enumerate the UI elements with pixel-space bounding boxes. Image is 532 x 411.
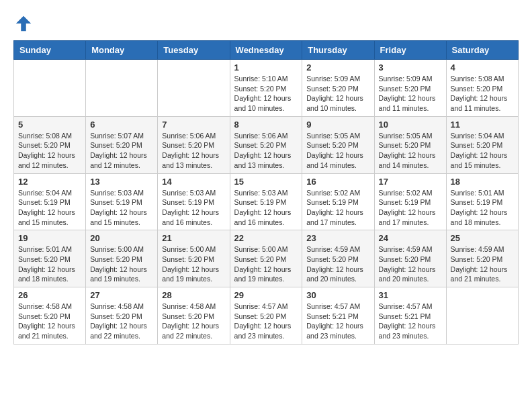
day-number: 29 <box>234 290 298 300</box>
calendar-week-row: 5Sunrise: 5:08 AM Sunset: 5:20 PM Daylig… <box>14 116 519 173</box>
calendar-cell: 20Sunrise: 5:00 AM Sunset: 5:20 PM Dayli… <box>86 230 158 287</box>
day-info: Sunrise: 5:07 AM Sunset: 5:20 PM Dayligh… <box>90 131 153 171</box>
calendar-cell: 7Sunrise: 5:06 AM Sunset: 5:20 PM Daylig… <box>158 116 230 173</box>
day-info: Sunrise: 4:58 AM Sunset: 5:20 PM Dayligh… <box>90 302 153 341</box>
svg-marker-0 <box>16 16 32 32</box>
calendar-cell: 19Sunrise: 5:01 AM Sunset: 5:20 PM Dayli… <box>14 230 86 287</box>
day-info: Sunrise: 5:00 AM Sunset: 5:20 PM Dayligh… <box>162 244 225 284</box>
day-info: Sunrise: 5:01 AM Sunset: 5:19 PM Dayligh… <box>451 188 514 228</box>
calendar-cell: 2Sunrise: 5:09 AM Sunset: 5:20 PM Daylig… <box>302 60 374 117</box>
calendar-cell: 3Sunrise: 5:09 AM Sunset: 5:20 PM Daylig… <box>374 60 446 117</box>
day-info: Sunrise: 4:57 AM Sunset: 5:21 PM Dayligh… <box>379 302 442 341</box>
calendar-cell <box>14 60 86 117</box>
day-info: Sunrise: 5:00 AM Sunset: 5:20 PM Dayligh… <box>90 244 153 284</box>
calendar-cell: 30Sunrise: 4:57 AM Sunset: 5:21 PM Dayli… <box>302 287 374 345</box>
calendar-header-row: SundayMondayTuesdayWednesdayThursdayFrid… <box>14 41 519 60</box>
day-info: Sunrise: 5:00 AM Sunset: 5:20 PM Dayligh… <box>234 244 298 284</box>
calendar-cell: 18Sunrise: 5:01 AM Sunset: 5:19 PM Dayli… <box>446 173 518 230</box>
day-number: 2 <box>306 62 369 73</box>
calendar-cell: 31Sunrise: 4:57 AM Sunset: 5:21 PM Dayli… <box>374 287 446 345</box>
day-number: 22 <box>234 233 298 243</box>
logo-icon <box>13 13 34 34</box>
day-number: 13 <box>90 177 153 187</box>
calendar-cell: 29Sunrise: 4:57 AM Sunset: 5:20 PM Dayli… <box>230 287 302 345</box>
calendar-week-row: 12Sunrise: 5:04 AM Sunset: 5:19 PM Dayli… <box>14 173 519 230</box>
calendar-cell: 6Sunrise: 5:07 AM Sunset: 5:20 PM Daylig… <box>86 116 158 173</box>
calendar-cell: 10Sunrise: 5:05 AM Sunset: 5:20 PM Dayli… <box>374 116 446 173</box>
calendar-cell: 11Sunrise: 5:04 AM Sunset: 5:20 PM Dayli… <box>446 116 518 173</box>
calendar-cell: 5Sunrise: 5:08 AM Sunset: 5:20 PM Daylig… <box>14 116 86 173</box>
day-info: Sunrise: 5:08 AM Sunset: 5:20 PM Dayligh… <box>18 131 81 171</box>
day-info: Sunrise: 5:05 AM Sunset: 5:20 PM Dayligh… <box>306 131 369 171</box>
day-number: 10 <box>379 120 442 130</box>
day-info: Sunrise: 5:06 AM Sunset: 5:20 PM Dayligh… <box>234 131 298 171</box>
day-info: Sunrise: 5:01 AM Sunset: 5:20 PM Dayligh… <box>18 244 81 284</box>
calendar-cell: 26Sunrise: 4:58 AM Sunset: 5:20 PM Dayli… <box>14 287 86 345</box>
day-header-tuesday: Tuesday <box>158 41 230 60</box>
calendar-cell <box>446 287 518 345</box>
day-number: 24 <box>379 233 442 243</box>
day-number: 26 <box>18 290 81 300</box>
calendar-week-row: 1Sunrise: 5:10 AM Sunset: 5:20 PM Daylig… <box>14 60 519 117</box>
day-info: Sunrise: 5:05 AM Sunset: 5:20 PM Dayligh… <box>379 131 442 171</box>
day-info: Sunrise: 5:09 AM Sunset: 5:20 PM Dayligh… <box>379 74 442 113</box>
day-number: 16 <box>306 177 369 187</box>
day-number: 21 <box>162 233 225 243</box>
day-number: 6 <box>90 120 153 130</box>
day-info: Sunrise: 5:08 AM Sunset: 5:20 PM Dayligh… <box>451 74 514 113</box>
day-number: 30 <box>306 290 369 300</box>
calendar-cell <box>158 60 230 117</box>
calendar-cell: 4Sunrise: 5:08 AM Sunset: 5:20 PM Daylig… <box>446 60 518 117</box>
day-info: Sunrise: 4:57 AM Sunset: 5:20 PM Dayligh… <box>234 302 298 341</box>
day-info: Sunrise: 5:10 AM Sunset: 5:20 PM Dayligh… <box>234 74 298 113</box>
calendar-cell: 24Sunrise: 4:59 AM Sunset: 5:20 PM Dayli… <box>374 230 446 287</box>
day-number: 19 <box>18 233 81 243</box>
day-number: 28 <box>162 290 225 300</box>
day-info: Sunrise: 4:59 AM Sunset: 5:20 PM Dayligh… <box>379 244 442 284</box>
calendar-cell: 9Sunrise: 5:05 AM Sunset: 5:20 PM Daylig… <box>302 116 374 173</box>
day-info: Sunrise: 4:59 AM Sunset: 5:20 PM Dayligh… <box>451 244 514 284</box>
calendar-cell: 22Sunrise: 5:00 AM Sunset: 5:20 PM Dayli… <box>230 230 302 287</box>
calendar-cell: 17Sunrise: 5:02 AM Sunset: 5:19 PM Dayli… <box>374 173 446 230</box>
day-number: 14 <box>162 177 225 187</box>
day-number: 17 <box>379 177 442 187</box>
day-header-sunday: Sunday <box>14 41 86 60</box>
day-number: 11 <box>451 120 514 130</box>
day-info: Sunrise: 5:06 AM Sunset: 5:20 PM Dayligh… <box>162 131 225 171</box>
calendar-cell <box>86 60 158 117</box>
day-number: 8 <box>234 120 298 130</box>
day-number: 5 <box>18 120 81 130</box>
calendar-week-row: 26Sunrise: 4:58 AM Sunset: 5:20 PM Dayli… <box>14 287 519 345</box>
day-info: Sunrise: 4:58 AM Sunset: 5:20 PM Dayligh… <box>18 302 81 341</box>
day-info: Sunrise: 5:03 AM Sunset: 5:19 PM Dayligh… <box>90 188 153 228</box>
calendar-cell: 28Sunrise: 4:58 AM Sunset: 5:20 PM Dayli… <box>158 287 230 345</box>
day-info: Sunrise: 4:59 AM Sunset: 5:20 PM Dayligh… <box>306 244 369 284</box>
day-info: Sunrise: 5:09 AM Sunset: 5:20 PM Dayligh… <box>306 74 369 113</box>
calendar-cell: 16Sunrise: 5:02 AM Sunset: 5:19 PM Dayli… <box>302 173 374 230</box>
day-number: 27 <box>90 290 153 300</box>
day-header-wednesday: Wednesday <box>230 41 302 60</box>
day-info: Sunrise: 4:57 AM Sunset: 5:21 PM Dayligh… <box>306 302 369 341</box>
day-number: 15 <box>234 177 298 187</box>
day-number: 12 <box>18 177 81 187</box>
day-info: Sunrise: 5:04 AM Sunset: 5:20 PM Dayligh… <box>451 131 514 171</box>
calendar-cell: 12Sunrise: 5:04 AM Sunset: 5:19 PM Dayli… <box>14 173 86 230</box>
day-info: Sunrise: 5:02 AM Sunset: 5:19 PM Dayligh… <box>379 188 442 228</box>
calendar-cell: 15Sunrise: 5:03 AM Sunset: 5:19 PM Dayli… <box>230 173 302 230</box>
calendar-table: SundayMondayTuesdayWednesdayThursdayFrid… <box>13 40 519 345</box>
page-header <box>13 13 519 34</box>
day-number: 23 <box>306 233 369 243</box>
calendar-week-row: 19Sunrise: 5:01 AM Sunset: 5:20 PM Dayli… <box>14 230 519 287</box>
day-header-friday: Friday <box>374 41 446 60</box>
calendar-cell: 13Sunrise: 5:03 AM Sunset: 5:19 PM Dayli… <box>86 173 158 230</box>
day-info: Sunrise: 5:02 AM Sunset: 5:19 PM Dayligh… <box>306 188 369 228</box>
calendar-cell: 8Sunrise: 5:06 AM Sunset: 5:20 PM Daylig… <box>230 116 302 173</box>
day-number: 25 <box>451 233 514 243</box>
day-number: 20 <box>90 233 153 243</box>
day-number: 3 <box>379 62 442 73</box>
day-info: Sunrise: 5:03 AM Sunset: 5:19 PM Dayligh… <box>234 188 298 228</box>
day-number: 1 <box>234 62 298 73</box>
logo <box>13 13 36 34</box>
calendar-cell: 1Sunrise: 5:10 AM Sunset: 5:20 PM Daylig… <box>230 60 302 117</box>
calendar-cell: 14Sunrise: 5:03 AM Sunset: 5:19 PM Dayli… <box>158 173 230 230</box>
